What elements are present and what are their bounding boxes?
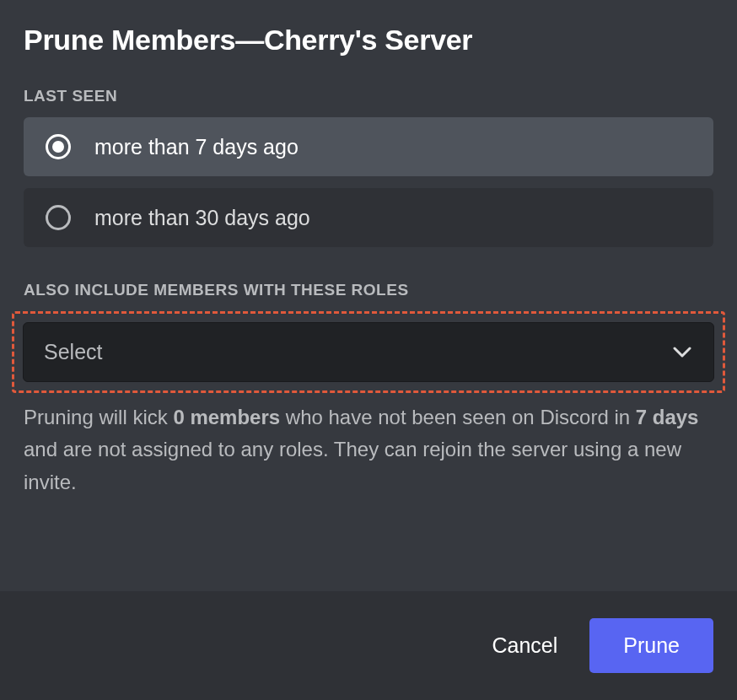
modal-body: Prune Members—Cherry's Server Last Seen … [0,0,737,591]
prune-button[interactable]: Prune [589,618,713,673]
roles-section-label: Also Include Members With These Roles [24,281,713,299]
highlight-annotation: Select [12,311,725,393]
last-seen-label: Last Seen [24,87,713,105]
modal-footer: Cancel Prune [0,591,737,700]
prune-description: Pruning will kick 0 members who have not… [24,401,713,498]
prune-members-modal: Prune Members—Cherry's Server Last Seen … [0,0,737,700]
radio-icon [46,134,71,159]
cancel-button[interactable]: Cancel [475,618,574,673]
roles-select-dropdown[interactable]: Select [23,322,714,382]
last-seen-option-30-days[interactable]: more than 30 days ago [24,188,713,247]
select-placeholder: Select [44,340,102,364]
radio-label: more than 30 days ago [94,206,310,230]
modal-title: Prune Members—Cherry's Server [24,24,713,57]
day-count: 7 days [636,406,699,428]
radio-icon [46,205,71,230]
radio-label: more than 7 days ago [94,135,299,159]
last-seen-radio-group: more than 7 days ago more than 30 days a… [24,117,713,247]
last-seen-option-7-days[interactable]: more than 7 days ago [24,117,713,176]
chevron-down-icon [671,342,693,363]
member-count: 0 members [173,406,280,428]
